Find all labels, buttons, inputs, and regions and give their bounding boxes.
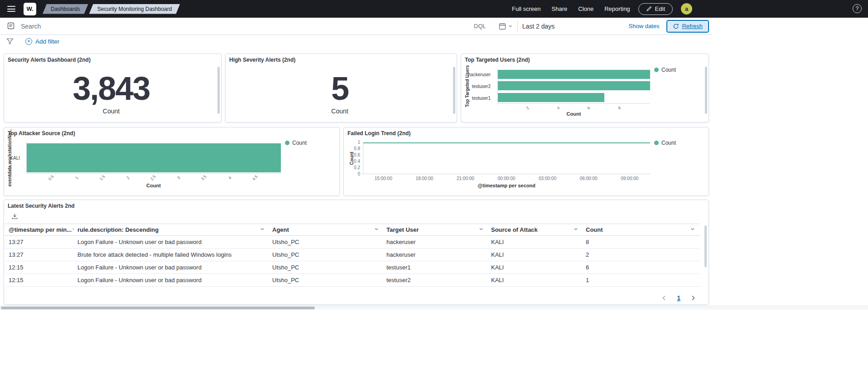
x-tick-label: 15:00:00 [375,176,392,181]
category-label-testuser2: testuser2 [461,84,494,89]
breadcrumb-dashboards[interactable]: Dashboards [43,4,88,14]
time-range-value[interactable]: Last 2 days [522,23,555,30]
x-tick-label: 03:00:00 [539,176,556,181]
filter-funnel-icon[interactable] [6,38,14,45]
plus-circle-icon: + [25,38,32,45]
table-cell: 2 [582,251,699,258]
bar-plot-area [26,142,281,174]
legend-item-count[interactable]: Count [654,67,676,73]
x-axis-title: @timestamp per second [363,183,650,188]
panel-top-attacker-source: Top Attacker Source (2nd) eventdata.work… [4,127,340,196]
column-header-agent[interactable]: Agent [269,226,383,233]
horizontal-scrollbar-thumb[interactable] [1,307,315,309]
panel-scrollbar[interactable] [704,225,707,267]
top-navbar: W. Dashboards Security Monitoring Dashbo… [0,0,868,18]
edit-button-label: Edit [655,5,665,12]
page-number[interactable]: 1 [677,294,680,302]
table-cell: 13:27 [5,239,74,245]
panel-top-targeted-users: Top Targeted Users (2nd) Top Targeted Us… [461,54,709,122]
column-header-rule-description-descending[interactable]: rule.description: Descending [74,226,269,233]
column-header-source-of-attack[interactable]: Source of Attack [487,226,582,233]
bar-testuser1[interactable] [498,93,604,102]
column-sort-chevron-icon[interactable] [573,226,579,233]
panel-title: High Severity Alerts (2nd) [229,57,295,63]
header-action-clone[interactable]: Clone [578,5,593,12]
breadcrumb-current-dashboard[interactable]: Security Monitoring Dashboard [89,4,180,14]
y-tick-label: 0.4 [345,159,360,164]
x-tick-label: 2 [526,106,530,111]
query-bar: DQL Last 2 days Show dates Refresh [0,18,713,35]
x-tick-label: 1.5 [98,174,106,181]
help-icon[interactable]: ? [853,4,862,13]
column-header-target-user[interactable]: Target User [383,226,487,233]
add-filter-button[interactable]: + Add filter [25,38,59,45]
divider [517,21,518,32]
column-header-count[interactable]: Count [582,226,699,233]
y-tick-label: 1 [345,140,360,145]
saved-query-icon[interactable] [6,22,15,31]
x-axis-title: Count [497,111,650,117]
x-tick-label: 8 [617,106,622,111]
bar-plot-area [497,68,650,104]
bar-kali[interactable] [27,143,281,172]
x-tick-label: 1 [75,176,80,181]
x-tick-label: 3 [176,176,181,181]
table-body: 13:27Logon Failure - Unknown user or bad… [5,236,700,287]
table-row: 13:27Logon Failure - Unknown user or bad… [5,236,700,249]
legend-item-count[interactable]: Count [654,140,676,146]
table-cell: Utsho_PC [269,251,383,258]
header-action-share[interactable]: Share [552,5,568,12]
menu-icon[interactable] [7,6,15,12]
bar-testuser2[interactable] [498,81,650,90]
panel-title: Latest Security Alerts 2nd [8,203,75,209]
header-action-full-screen[interactable]: Full screen [512,5,541,12]
app-logo[interactable]: W. [24,3,36,15]
panel-title: Security Alerts Dashboard (2nd) [8,57,91,63]
column-sort-chevron-icon[interactable] [260,226,265,233]
avatar[interactable]: a [681,3,692,15]
bar-hackeruser[interactable] [498,70,650,79]
x-tick-label: 18:00:00 [415,176,433,181]
header-actions: Full screenShareCloneReporting Edit a [501,3,692,15]
edit-button[interactable]: Edit [638,3,673,15]
table-cell: Brute force attack detected - multiple f… [74,251,269,258]
search-input[interactable] [21,23,469,30]
column-sort-chevron-icon[interactable] [690,226,695,233]
legend-label: Count [661,140,676,146]
panel-scrollbar[interactable] [705,67,707,114]
date-picker-button[interactable] [499,23,513,30]
panel-scrollbar[interactable] [453,67,455,114]
column-header-label: Target User [386,226,419,233]
previous-page-icon[interactable] [661,294,668,302]
table-cell: 6 [582,264,699,271]
column-header-timestamp-per-min[interactable]: @timestamp per min... [5,226,74,233]
legend-dot-icon [285,141,289,145]
table-row: 12:15Logon Failure - Unknown user or bad… [5,274,700,287]
download-csv-icon[interactable] [11,213,18,221]
x-tick-label: 2 [125,176,130,181]
panel-latest-security-alerts: Latest Security Alerts 2nd @timestamp pe… [4,200,709,305]
y-tick-label: 0.8 [345,146,360,151]
panel-security-alerts-metric: Security Alerts Dashboard (2nd) 3,843 Co… [4,54,222,122]
category-label-testuser1: testuser1 [461,96,494,101]
table-cell: KALI [487,251,582,258]
header-action-reporting[interactable]: Reporting [604,5,630,12]
legend-item-count[interactable]: Count [285,140,307,146]
column-header-label: @timestamp per min... [9,226,72,233]
x-axis-ticks: 15:00:0018:00:0021:00:0000:00:0003:00:00… [363,176,650,181]
dql-button[interactable]: DQL [474,23,486,29]
next-page-icon[interactable] [690,294,697,302]
x-tick-label: 00:00:00 [498,176,516,181]
panel-scrollbar[interactable] [217,67,220,114]
x-tick-label: 4 [227,176,232,181]
panel-title: Top Attacker Source (2nd) [8,130,75,137]
table-header-row: @timestamp per min...rule.description: D… [5,224,700,236]
show-dates-button[interactable]: Show dates [629,23,660,29]
column-sort-chevron-icon[interactable] [478,226,484,233]
column-header-label: rule.description: Descending [77,226,159,233]
refresh-button[interactable]: Refresh [666,20,709,33]
trend-line-series-count[interactable] [363,142,650,143]
legend-dot-icon [654,68,659,72]
column-sort-chevron-icon[interactable] [374,226,379,233]
x-tick-label: 2.5 [149,174,157,181]
